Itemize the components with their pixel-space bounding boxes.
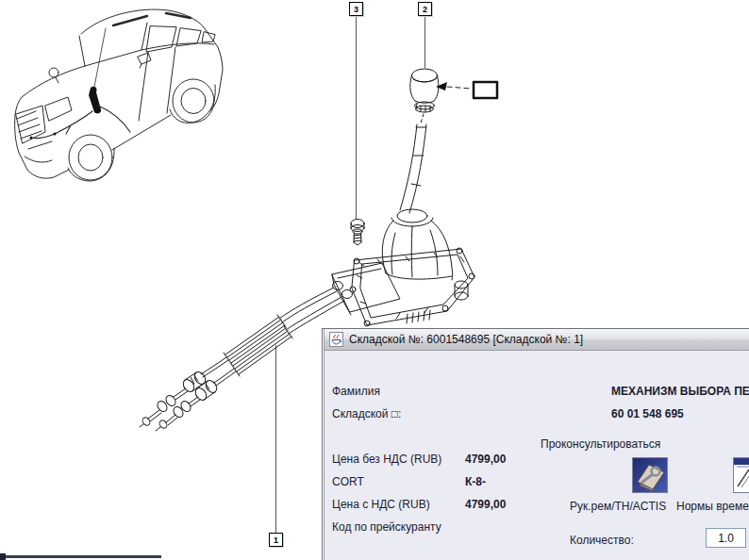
price-inc-vat-value: 4799,00: [465, 498, 506, 511]
background-window-corner: [0, 553, 6, 560]
price-inc-vat-label: Цена с НДС (RUB): [332, 498, 430, 511]
stock-number-value: 60 01 548 695: [611, 407, 684, 420]
price-ex-vat-value: 4799,00: [465, 453, 506, 466]
callout-3[interactable]: 3: [349, 2, 363, 16]
price-ex-vat-label: Цена без НДС (RUB): [332, 453, 441, 466]
quantity-label: Количество:: [570, 534, 634, 547]
cort-label: CORT: [332, 475, 364, 488]
repair-manual-label: Рук.рем/TH/ACTIS: [570, 500, 666, 513]
part-info-window: Складской №: 6001548695 [Складской №: 1]…: [322, 328, 749, 560]
labor-times-label: Нормы време: [676, 500, 749, 513]
knob-label-box: [474, 82, 497, 98]
price-code-label: Код по прейскуранту: [332, 520, 441, 534]
name-value: МЕХАНИЗМ ВЫБОРА ПЕ: [611, 385, 749, 398]
page: 3 2 1 Складской №: 6001548695 [Складской…: [0, 0, 749, 560]
cort-value: К-8-: [465, 475, 486, 488]
labor-times-button[interactable]: [733, 457, 749, 493]
callout-2[interactable]: 2: [418, 2, 432, 16]
name-label: Фамилия: [332, 385, 380, 398]
callout-1[interactable]: 1: [269, 533, 283, 547]
window-title: Складской №: 6001548695 [Складской №: 1]: [349, 333, 583, 346]
bolt-illustration: [351, 220, 364, 246]
part-info-body: Фамилия МЕХАНИЗМ ВЫБОРА ПЕ Складской □: …: [325, 352, 749, 560]
java-icon: [329, 332, 343, 347]
car-illustration: [15, 9, 223, 181]
repair-manual-button[interactable]: [632, 457, 668, 493]
background-window-edge: [5, 555, 161, 558]
pointer-arrowhead: [436, 82, 447, 91]
window-title-bar[interactable]: Складской №: 6001548695 [Складской №: 1]: [325, 329, 749, 351]
stock-number-label: Складской □:: [332, 407, 401, 420]
consult-heading: Проконсультироваться: [541, 437, 660, 451]
quantity-input[interactable]: [706, 528, 746, 548]
